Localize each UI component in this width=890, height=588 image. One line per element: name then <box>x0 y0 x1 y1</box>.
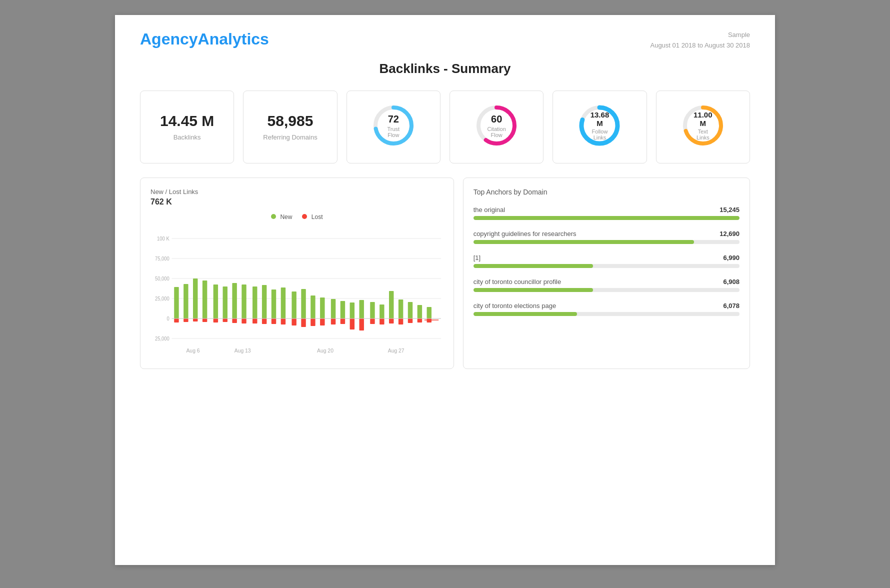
svg-rect-34 <box>242 284 246 318</box>
svg-rect-57 <box>350 318 354 330</box>
svg-rect-45 <box>292 318 296 326</box>
metric-citation-flow: 60 Citation Flow <box>450 90 544 164</box>
follow-links-label: Follow Links <box>588 128 611 140</box>
anchor-item-1: copyright guidelines for researchers 12,… <box>474 230 740 244</box>
bar-chart-card: New / Lost Links 762 K New Lost <box>140 178 454 369</box>
anchor-value-0: 15,245 <box>720 206 740 214</box>
svg-rect-50 <box>320 298 324 318</box>
svg-rect-24 <box>193 278 198 318</box>
svg-rect-22 <box>184 284 188 318</box>
metrics-row: 14.45 M Backlinks 58,985 Referring Domai… <box>140 90 750 164</box>
logo-agency: Agency <box>140 30 198 48</box>
anchor-name-3: city of toronto councillor profile <box>474 278 562 286</box>
text-links-inner: 11.00 M Text Links <box>692 110 714 140</box>
citation-flow-label: Citation Flow <box>486 126 508 138</box>
anchor-value-2: 6,990 <box>723 254 740 262</box>
meta-date: August 01 2018 to August 30 2018 <box>650 40 750 51</box>
svg-rect-29 <box>214 318 218 322</box>
svg-rect-32 <box>232 283 236 318</box>
svg-rect-21 <box>174 318 178 322</box>
metric-trust-flow: 72 Trust Flow <box>346 90 440 164</box>
trust-flow-value: 72 <box>382 113 404 124</box>
citation-flow-donut: 60 Citation Flow <box>474 103 519 148</box>
svg-rect-52 <box>331 299 336 318</box>
svg-rect-68 <box>408 302 412 318</box>
bar-chart-total: 762 K <box>150 198 444 206</box>
anchor-bar-bg-2 <box>474 264 740 268</box>
page-header: AgencyAnalytics Sample August 01 2018 to… <box>140 30 750 51</box>
svg-text:Aug 6: Aug 6 <box>186 347 200 353</box>
referring-domains-value: 58,985 <box>268 112 314 130</box>
svg-text:50,000: 50,000 <box>155 276 170 281</box>
anchor-name-2: [1] <box>474 254 480 262</box>
bar-chart-container: 100 K 75,000 50,000 25,000 0 25,000 <box>150 228 444 358</box>
svg-rect-56 <box>350 302 354 318</box>
anchors-title: Top Anchors by Domain <box>474 188 740 196</box>
svg-rect-33 <box>232 318 236 323</box>
bar-chart-title: New / Lost Links <box>150 188 444 196</box>
page-container: AgencyAnalytics Sample August 01 2018 to… <box>115 15 775 565</box>
citation-flow-inner: 60 Citation Flow <box>486 113 508 138</box>
svg-rect-26 <box>202 280 207 318</box>
svg-rect-37 <box>252 318 257 324</box>
svg-rect-62 <box>380 304 384 318</box>
svg-rect-39 <box>262 318 266 324</box>
svg-rect-53 <box>331 318 336 324</box>
anchor-name-4: city of toronto elections page <box>474 302 556 310</box>
trust-flow-inner: 72 Trust Flow <box>382 113 404 138</box>
svg-rect-51 <box>320 318 324 326</box>
legend-lost: Lost <box>302 214 322 220</box>
anchor-row-3: city of toronto councillor profile 6,908 <box>474 278 740 286</box>
bar-chart-legend: New Lost <box>150 214 444 220</box>
metric-backlinks: 14.45 M Backlinks <box>140 90 234 164</box>
text-links-donut: 11.00 M Text Links <box>680 103 726 148</box>
svg-rect-54 <box>340 301 345 318</box>
anchor-bar-fill-2 <box>474 264 594 268</box>
anchor-bar-bg-3 <box>474 288 740 292</box>
svg-rect-55 <box>340 318 345 324</box>
anchor-bar-bg-1 <box>474 240 740 244</box>
referring-domains-label: Referring Domains <box>263 134 317 141</box>
anchor-row-0: the original 15,245 <box>474 206 740 214</box>
anchor-value-3: 6,908 <box>723 278 740 286</box>
svg-rect-31 <box>223 318 228 322</box>
anchor-bar-fill-3 <box>474 288 594 292</box>
svg-text:75,000: 75,000 <box>155 256 170 261</box>
svg-text:Aug 13: Aug 13 <box>234 347 251 353</box>
anchor-item-4: city of toronto elections page 6,078 <box>474 302 740 316</box>
svg-rect-66 <box>398 300 403 318</box>
svg-rect-30 <box>223 286 228 318</box>
svg-rect-48 <box>310 296 315 318</box>
svg-text:Aug 27: Aug 27 <box>388 347 404 353</box>
svg-rect-41 <box>272 318 276 324</box>
anchors-card: Top Anchors by Domain the original 15,24… <box>463 178 750 369</box>
meta-sample: Sample <box>650 30 750 40</box>
svg-rect-73 <box>427 318 432 322</box>
svg-rect-20 <box>174 287 178 318</box>
text-links-value: 11.00 M <box>692 110 714 128</box>
anchor-bar-bg-0 <box>474 216 740 220</box>
svg-rect-59 <box>359 318 364 330</box>
charts-row: New / Lost Links 762 K New Lost <box>140 178 750 369</box>
svg-rect-43 <box>281 318 286 324</box>
svg-rect-28 <box>214 284 218 318</box>
bar-chart-svg: 100 K 75,000 50,000 25,000 0 25,000 <box>150 228 444 358</box>
text-links-label: Text Links <box>692 128 714 140</box>
svg-rect-70 <box>418 305 422 318</box>
svg-text:25,000: 25,000 <box>155 296 170 301</box>
svg-rect-40 <box>272 290 276 318</box>
backlinks-label: Backlinks <box>174 134 201 141</box>
svg-text:100 K: 100 K <box>157 236 170 241</box>
svg-rect-47 <box>301 318 306 327</box>
anchor-row-1: copyright guidelines for researchers 12,… <box>474 230 740 238</box>
svg-rect-25 <box>193 318 198 322</box>
metric-text-links: 11.00 M Text Links <box>656 90 750 164</box>
trust-flow-donut: 72 Trust Flow <box>371 103 416 148</box>
svg-rect-63 <box>380 318 384 324</box>
metric-referring-domains: 58,985 Referring Domains <box>243 90 337 164</box>
anchor-item-0: the original 15,245 <box>474 206 740 220</box>
anchor-bar-bg-4 <box>474 312 740 316</box>
follow-links-value: 13.68 M <box>588 110 611 128</box>
page-title: Backlinks - Summary <box>140 61 750 76</box>
trust-flow-label: Trust Flow <box>382 126 404 138</box>
